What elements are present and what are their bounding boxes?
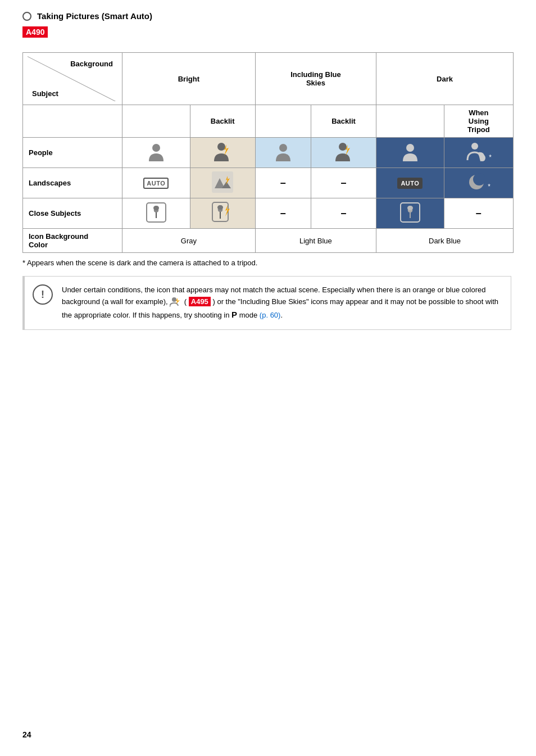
label-people: People	[23, 138, 122, 168]
cell-landscapes-dark: AUTO	[376, 168, 444, 198]
svg-marker-29	[176, 298, 180, 304]
close-subj-dark-icon	[400, 202, 420, 223]
cell-landscapes-blue-1: –	[255, 168, 311, 198]
corner-header: Background Subject	[23, 53, 122, 105]
person-backlit-icon	[212, 141, 233, 162]
person-tripod-icon	[466, 141, 487, 162]
cell-close-blue-1: –	[255, 198, 311, 229]
svg-point-22	[217, 205, 223, 210]
svg-point-8	[480, 155, 485, 161]
cell-close-dark	[376, 198, 444, 229]
auto-dark-icon: AUTO	[397, 178, 423, 189]
landscape-backlit-icon	[212, 171, 233, 193]
label-close-subjects: Close Subjects	[23, 198, 122, 229]
col-dark-normal	[376, 105, 444, 138]
asterisk-people-tripod: *	[489, 153, 492, 161]
col-dark: Dark	[376, 53, 514, 105]
cell-close-blue-2: –	[311, 198, 376, 229]
row-bg-color: Icon BackgroundColor Gray Light Blue Dar…	[23, 229, 514, 253]
label-landscapes: Landscapes	[23, 168, 122, 198]
person-icon-blue	[274, 142, 293, 161]
cell-people-dark	[376, 138, 444, 168]
col-blue-backlit: Backlit	[311, 105, 376, 138]
cell-bg-lightblue: Light Blue	[255, 229, 376, 253]
info-icon: !	[33, 284, 53, 305]
svg-point-28	[172, 297, 176, 302]
col-dark-tripod: WhenUsingTripod	[444, 105, 513, 138]
row-people: People	[23, 138, 514, 168]
cell-landscapes-bright-backlit	[190, 168, 255, 198]
svg-point-3	[279, 144, 287, 152]
cell-people-blueskies	[255, 138, 311, 168]
cell-people-bright	[122, 138, 190, 168]
cell-bg-darkblue: Dark Blue	[376, 229, 514, 253]
scene-table: Background Subject Bright Including Blue…	[22, 52, 514, 253]
person-backlit-blue-icon	[333, 141, 355, 162]
info-box-text: Under certain conditions, the icon that …	[62, 284, 502, 322]
cell-close-bright-backlit	[190, 198, 255, 229]
person-icon	[147, 142, 166, 161]
col-bright-normal	[122, 105, 190, 138]
row-close-subjects: Close Subjects	[23, 198, 514, 229]
footnote: * Appears when the scene is dark and the…	[22, 259, 514, 267]
close-subj-backlit-icon	[212, 202, 233, 223]
inline-model-badge: A495	[189, 297, 211, 306]
row-landscapes: Landscapes AUTO – – AUTO	[23, 168, 514, 198]
label-icon-bg-color: Icon BackgroundColor	[23, 229, 122, 253]
auto-icon: AUTO	[143, 178, 169, 189]
cell-bg-gray: Gray	[122, 229, 256, 253]
svg-point-1	[217, 143, 225, 151]
asterisk-landscapes-tripod: *	[488, 183, 490, 191]
page-link[interactable]: (p. 60)	[260, 311, 281, 319]
inline-person-icon	[170, 297, 182, 307]
model-badge: A490	[22, 26, 48, 38]
circle-icon	[22, 12, 31, 21]
svg-point-27	[407, 206, 413, 210]
cell-close-bright	[122, 198, 190, 229]
info-box: ! Under certain conditions, the icon tha…	[22, 276, 511, 330]
svg-point-4	[339, 143, 347, 151]
col-bright-backlit: Backlit	[190, 105, 255, 138]
svg-point-18	[153, 206, 159, 210]
cell-people-dark-tripod: *	[444, 138, 513, 168]
cell-landscapes-bright: AUTO	[122, 168, 190, 198]
cell-people-blueskies-backlit	[311, 138, 376, 168]
close-subj-icon	[146, 202, 166, 223]
col-blue-skies: Including BlueSkies	[255, 53, 376, 105]
svg-point-14	[473, 173, 485, 185]
cell-landscapes-blue-2: –	[311, 168, 376, 198]
page-title: Taking Pictures (Smart Auto)	[22, 11, 514, 21]
cell-close-dark-tripod: –	[444, 198, 513, 229]
svg-rect-9	[212, 171, 233, 193]
svg-point-0	[152, 144, 160, 152]
moon-icon	[467, 173, 486, 192]
cell-landscapes-dark-tripod: *	[444, 168, 513, 198]
svg-point-7	[471, 143, 478, 150]
person-dark-icon	[401, 142, 420, 161]
page-number: 24	[22, 730, 31, 739]
col-blue-normal	[255, 105, 311, 138]
col-bright: Bright	[122, 53, 256, 105]
cell-people-bright-backlit	[190, 138, 255, 168]
svg-point-6	[406, 144, 414, 152]
